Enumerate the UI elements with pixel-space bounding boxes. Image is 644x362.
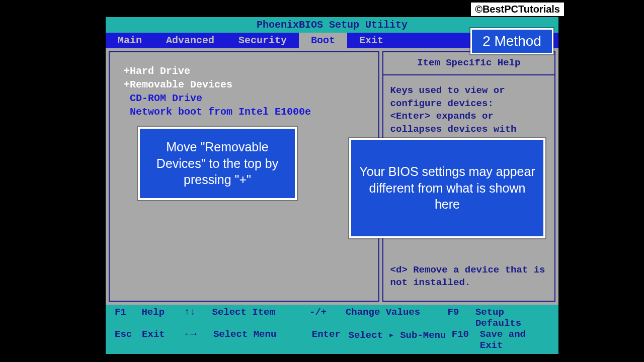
overlay-instruction-right: Your BIOS settings may appear different …: [349, 138, 545, 238]
boot-item-network[interactable]: Network boot from Intel E1000e: [124, 105, 372, 119]
tab-boot[interactable]: Boot: [299, 33, 347, 48]
arrows-leftright-icon: ←→: [185, 329, 213, 351]
boot-item-removable-devices[interactable]: +Removable Devices: [124, 78, 372, 92]
tab-main[interactable]: Main: [106, 33, 154, 48]
boot-item-cdrom[interactable]: CD-ROM Drive: [124, 92, 372, 105]
tab-security[interactable]: Security: [226, 33, 299, 48]
key-enter: Enter: [312, 329, 349, 351]
help-title: Item Specific Help: [383, 52, 554, 75]
tab-advanced[interactable]: Advanced: [154, 33, 226, 48]
footer-row-2: Esc Exit ←→ Select Menu Enter Select ▸ S…: [115, 329, 549, 351]
label-select-menu: Select Menu: [213, 329, 312, 351]
label-select-item: Select Item: [212, 307, 310, 329]
key-f10: F10: [452, 329, 480, 351]
key-f9: F9: [448, 307, 475, 329]
overlay-method-badge: 2 Method: [470, 28, 553, 54]
overlay-instruction-left: Move "Removable Devices" to the top by p…: [138, 127, 297, 200]
footer-row-1: F1 Help ↑↓ Select Item -/+ Change Values…: [115, 307, 549, 329]
watermark-badge: ©BestPCTutorials: [470, 2, 565, 17]
help-body-bottom: <d> Remove a device that is not installe…: [383, 264, 554, 297]
boot-item-hard-drive[interactable]: +Hard Drive: [124, 64, 372, 78]
key-f1: F1: [115, 307, 141, 329]
tab-exit[interactable]: Exit: [347, 33, 395, 48]
label-exit: Exit: [142, 329, 185, 351]
label-setup-defaults: Setup Defaults: [475, 307, 549, 329]
label-save-exit: Save and Exit: [480, 329, 549, 351]
footer-bar: F1 Help ↑↓ Select Item -/+ Change Values…: [106, 305, 558, 354]
label-select-submenu: Select ▸ Sub-Menu: [349, 329, 452, 351]
label-change-values: Change Values: [346, 307, 448, 329]
key-plusminus: -/+: [309, 307, 346, 329]
label-help: Help: [141, 307, 184, 329]
arrows-updown-icon: ↑↓: [184, 307, 212, 329]
key-esc: Esc: [115, 329, 142, 351]
help-body-top: Keys used to view or configure devices: …: [383, 75, 554, 145]
